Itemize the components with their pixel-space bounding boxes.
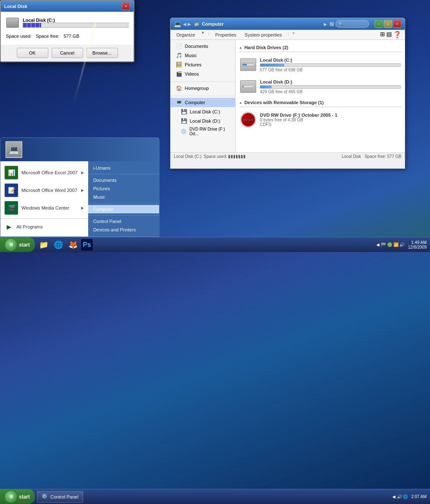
explorer-maximize-btn[interactable]: □ [384,20,392,28]
top-start-label: start [19,242,30,248]
homegroup-icon: 🏠 [176,85,182,92]
drive-c-info: Local Disk (C:) 577 GB free of 698 GB [260,58,401,72]
disk-c-icon: 💾 [181,108,187,115]
taskbar-bottom-start[interactable]: ⊞ start [0,489,35,504]
wmc-icon: 🎬 [5,201,18,215]
bottom-start-orb[interactable]: ⊞ [5,491,17,503]
drive-d-name: Local Disk (D:) [260,79,401,84]
drive-d-item[interactable]: Local Disk (D:) 429 GB free of 465 GB [239,76,401,97]
sidebar-item-documents[interactable]: 📄 Documents [170,42,235,51]
sidebar-item-local-d[interactable]: 💾 Local Disk (D:) [170,116,235,126]
sidebar-item-pictures[interactable]: 🖼️ Pictures [170,60,235,69]
dvd-drive-free: 0 bytes free of 4.38 GB [260,118,401,122]
explorer-close-btn[interactable]: × [393,20,401,28]
explorer-help-btn[interactable]: ❓ [393,31,401,39]
explorer-view-list-btn[interactable]: ▤ [386,31,392,39]
drive-d-free: 429 GB free of 465 GB [260,89,401,94]
dvd-drive-type: CDFS [260,122,401,127]
dialog-space-bar [23,23,128,28]
start-menu-top-body: 📊 Microsoft Office Excel 2007 ▶ 📝 Micros… [0,161,159,236]
start-all-programs[interactable]: ▶ All Programs [0,220,88,233]
start-item-excel[interactable]: 📊 Microsoft Office Excel 2007 ▶ [0,164,88,181]
explorer-titlebar: 💻 ◀ ▶ 📁 Computer ▶ 🔄 🔍 − □ × [170,18,405,30]
drive-d-icon [240,78,257,95]
drive-c-fill [260,64,284,66]
word-icon: 📝 [5,184,18,197]
explorer-window-controls: − □ × [375,20,401,28]
right-divider-2 [88,203,159,203]
taskbar-top-folder-btn[interactable]: 📁 [37,238,50,252]
dvd-drive-info: DVD RW Drive (F:) October 2005 - 1 0 byt… [260,113,401,127]
dialog-ok-btn[interactable]: OK [17,48,48,58]
explorer-sysProps-btn[interactable]: System properties [242,31,285,39]
explorer-status-disk: Local Disk (C:) Space used: [174,154,245,159]
computer-icon: 💻 [176,99,182,106]
dialog-close-btn[interactable]: × [122,3,130,10]
right-item-computer[interactable]: Computer [88,205,159,213]
explorer-properties-btn[interactable]: Properties [212,31,239,39]
taskbar-bottom-items: ⚙️ Control Panel [37,491,389,503]
dialog-space-info: Space used: Space free: 577 GB [6,32,128,40]
taskbar-top-firefox-btn[interactable]: 🦊 [66,238,80,252]
explorer-title: Computer [202,21,322,26]
sidebar-item-music[interactable]: 🎵 Music [170,51,235,60]
taskbar-cp-item[interactable]: ⚙️ Control Panel [37,491,83,503]
start-menu-top-right: i-Umami Documents Pictures Music Compute… [88,161,159,236]
sidebar-item-computer[interactable]: 💻 Computer [170,98,235,107]
music-icon: 🎵 [176,52,182,59]
taskbar-top-items: 📁 🌐 🦊 Ps [37,238,373,252]
right-item-devices[interactable]: Devices and Printers [88,226,159,234]
drive-c-item[interactable]: Local Disk (C:) 577 GB free of 698 GB [239,55,401,75]
explorer-status-free: Local Disk Space free: 577 GB [342,154,401,159]
right-item-iumami[interactable]: i-Umami [88,164,159,172]
dvd-drive-item[interactable]: DVD-R DVD RW Drive (F:) October 2005 - 1… [239,110,401,130]
dialog-space-free-label: Space free: [36,34,59,39]
dialog-browse-btn[interactable]: Browse... [87,48,118,58]
explorer-sidebar: 📄 Documents 🎵 Music 🖼️ Pictures 🎬 Videos [170,40,236,152]
documents-icon: 📄 [176,43,182,50]
excel-icon: 📊 [5,166,18,179]
dialog-buttons: OK Cancel Browse... [1,45,134,61]
drive-d-info: Local Disk (D:) 429 GB free of 465 GB [260,79,401,94]
dialog-space-free: 577 GB [63,34,79,39]
explorer-organize-btn[interactable]: Organize [174,31,198,39]
sidebar-item-dvd[interactable]: 💿 DVD RW Drive (F:) Od... [170,126,235,137]
dialog-space-fill [23,23,41,27]
explorer-minimize-btn[interactable]: − [375,20,383,28]
right-item-music[interactable]: Music [88,193,159,201]
sidebar-item-local-c[interactable]: 💾 Local Disk (C:) [170,107,235,116]
drive-c-name: Local Disk (C:) [260,58,401,63]
right-item-documents[interactable]: Documents [88,176,159,184]
right-item-pictures[interactable]: Pictures [88,184,159,193]
sidebar-item-homegroup[interactable]: 🏠 Homegroup [170,84,235,93]
videos-icon: 🎬 [176,71,182,77]
right-item-control-panel[interactable]: Control Panel [88,217,159,226]
dialog-controls: × [122,3,130,10]
bottom-clock: 2:07 AM [411,494,427,499]
hard-disks-header: Hard Disk Drives (2) [239,43,401,52]
drive-d-fill [260,86,272,88]
start-item-word[interactable]: 📝 Microsoft Office Word 2007 ▶ [0,181,88,199]
start-item-wmc[interactable]: 🎬 Windows Media Center ▶ [0,199,88,217]
start-menu-top: 💻 📊 Microsoft Office Excel 2007 ▶ 📝 Micr… [0,137,160,252]
dialog-disk-details: Local Disk (C:) [23,18,128,28]
top-clock: 1:49 AM 12/8/2009 [408,240,427,249]
taskbar-top-ps-btn[interactable]: Ps [81,239,93,251]
all-programs-icon: ▶ [5,223,13,231]
drive-c-icon [240,56,257,73]
dialog-title: Local Disk [4,4,122,9]
right-divider-1 [88,174,159,174]
dialog-body: Local Disk (C:) Space used: Space free: … [1,12,134,45]
top-tray-icons: ◀ 🏁 🟢 📶 🔊 [376,242,404,247]
taskbar-top-tray: ◀ 🏁 🟢 📶 🔊 1:49 AM 12/8/2009 [373,240,430,249]
dialog-cancel-btn[interactable]: Cancel [52,48,83,58]
taskbar-top-start[interactable]: ⊞ start [0,237,35,252]
sidebar-item-videos[interactable]: 🎬 Videos [170,69,235,79]
top-start-orb[interactable]: ⊞ [5,239,17,251]
bottom-half: Run × Type the name of a program, folder… [0,252,430,489]
explorer-view-tiles-btn[interactable]: ⊞ [380,31,385,39]
bottom-start-label: start [19,494,30,500]
dialog-disk-icon [6,16,19,29]
drive-d-bar [260,85,401,89]
taskbar-top-ie-btn[interactable]: 🌐 [52,238,65,252]
